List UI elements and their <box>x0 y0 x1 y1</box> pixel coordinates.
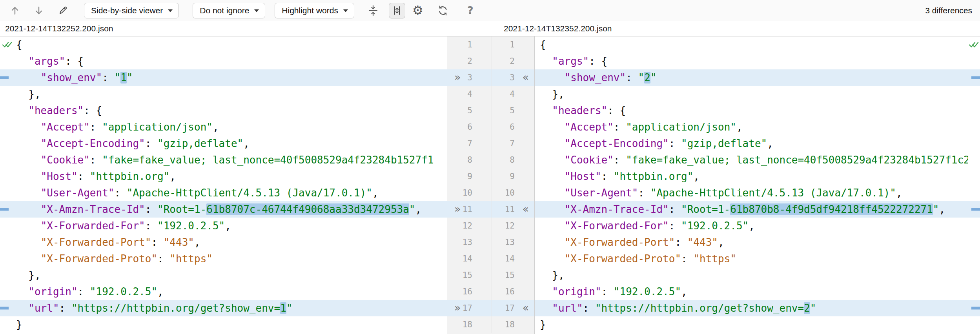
right-code-line[interactable]: "Cookie": "fake=fake_value; last_nonce=4… <box>535 152 968 168</box>
gutter-cell: 22 <box>447 53 535 69</box>
left-code-line[interactable]: "headers": { <box>13 102 447 119</box>
code-token: "https" <box>693 253 736 265</box>
apply-to-left-icon[interactable]: « <box>522 201 529 218</box>
change-marker-icon[interactable] <box>971 76 980 79</box>
previous-difference-icon[interactable] <box>9 4 21 18</box>
left-code-line[interactable]: "Accept": "application/json", <box>13 119 447 135</box>
right-code-line[interactable]: "args": { <box>535 53 968 69</box>
right-code-line[interactable]: "Accept": "application/json", <box>535 119 968 135</box>
left-code-line[interactable]: "url": "https://httpbin.org/get?show_env… <box>13 300 447 316</box>
code-token: "https://httpbin.org/get?show_env= <box>71 302 280 314</box>
code-token: " <box>409 203 415 215</box>
right-code-line[interactable]: "X-Forwarded-Port": "443", <box>535 234 968 250</box>
gutter-cell: 1414 <box>447 250 535 267</box>
apply-all-checkmarks-icon[interactable] <box>969 41 979 49</box>
right-code-line[interactable]: }, <box>535 267 968 283</box>
right-code-line[interactable]: "show_env": "2" <box>535 69 968 86</box>
right-line-number: 8 <box>447 152 515 168</box>
right-line-number: 6 <box>447 119 515 135</box>
change-marker-icon[interactable] <box>971 307 980 310</box>
left-code-line[interactable]: "origin": "192.0.2.5", <box>13 283 447 300</box>
right-code-line[interactable]: "headers": { <box>535 102 968 119</box>
left-code-line[interactable]: "X-Forwarded-For": "192.0.2.5", <box>13 218 447 234</box>
right-edge-strip <box>968 135 980 152</box>
diff-row: },1515 }, <box>0 267 980 283</box>
change-marker-icon[interactable] <box>971 208 980 211</box>
right-line-number: 7 <box>447 135 515 152</box>
left-code-line[interactable]: "args": { <box>13 53 447 69</box>
left-code-line[interactable]: "X-Amzn-Trace-Id": "Root=1-61b8707c-4674… <box>13 201 447 218</box>
code-token: "X-Forwarded-Port" <box>565 236 675 248</box>
code-token <box>540 286 552 298</box>
left-code-line[interactable]: }, <box>13 267 447 283</box>
left-code-line[interactable]: "show_env": "1" <box>13 69 447 86</box>
collapse-unchanged-icon[interactable] <box>367 4 379 18</box>
right-code-line[interactable]: "X-Forwarded-Proto": "https" <box>535 250 968 267</box>
code-token: , <box>169 171 176 182</box>
right-code-line[interactable]: { <box>535 36 968 53</box>
left-code-line[interactable]: "Host": "httpbin.org", <box>13 168 447 185</box>
code-token <box>16 171 41 182</box>
code-token: "X-Forwarded-Port" <box>41 236 151 248</box>
sync-scrolling-button[interactable] <box>389 3 405 18</box>
left-code-line[interactable]: { <box>13 36 447 53</box>
viewer-mode-dropdown[interactable]: Side-by-side viewer <box>84 3 179 18</box>
code-token: "User-Agent" <box>565 187 638 199</box>
code-token: "https" <box>169 253 213 265</box>
right-code-line[interactable]: "Accept-Encoding": "gzip,deflate", <box>535 135 968 152</box>
ignore-policy-label: Do not ignore <box>200 6 249 15</box>
left-code-line[interactable]: "Cookie": "fake=fake_value; last_nonce=4… <box>13 152 447 168</box>
code-token: "args" <box>28 55 65 67</box>
gutter-cell: 1818 <box>447 316 535 333</box>
change-marker-icon[interactable] <box>0 307 9 310</box>
code-token: " <box>650 72 657 84</box>
right-code-line[interactable]: "Host": "httpbin.org", <box>535 168 968 185</box>
highlight-policy-dropdown[interactable]: Highlight words <box>275 3 354 18</box>
chevron-down-icon <box>343 9 348 12</box>
left-code-line[interactable]: "User-Agent": "Apache-HttpClient/4.5.13 … <box>13 185 447 201</box>
code-token <box>16 236 41 248</box>
code-token <box>16 286 28 298</box>
settings-gear-icon[interactable]: ⚙ <box>412 4 424 18</box>
help-icon[interactable]: ? <box>464 4 477 18</box>
code-token: "origin" <box>552 286 601 298</box>
next-difference-icon[interactable] <box>33 4 45 18</box>
diff-row: "Accept-Encoding": "gzip,deflate",77 "Ac… <box>0 135 980 152</box>
code-token: "url" <box>552 302 583 314</box>
code-token: "https://httpbin.org/get?show_env= <box>595 302 804 314</box>
code-token: , <box>736 121 743 133</box>
left-code-line[interactable]: "X-Forwarded-Port": "443", <box>13 234 447 250</box>
changed-token: 61b8707c-46744f49068aa33d3472953a <box>206 203 409 215</box>
edit-source-icon[interactable] <box>56 4 69 18</box>
change-marker-icon[interactable] <box>0 208 9 211</box>
left-code-line[interactable]: }, <box>13 86 447 102</box>
right-code-line[interactable]: "origin": "192.0.2.5", <box>535 283 968 300</box>
change-marker-icon[interactable] <box>0 76 9 79</box>
right-code-line[interactable]: "User-Agent": "Apache-HttpClient/4.5.13 … <box>535 185 968 201</box>
code-token <box>16 55 28 67</box>
refresh-icon[interactable] <box>437 4 449 18</box>
right-edge-strip <box>968 69 980 86</box>
left-code-line[interactable]: "X-Forwarded-Proto": "https" <box>13 250 447 267</box>
code-token: "headers" <box>552 105 607 116</box>
changed-token: 2 <box>804 302 810 314</box>
apply-all-checkmarks-icon[interactable] <box>2 41 12 49</box>
code-token: "X-Forwarded-For" <box>41 220 145 232</box>
right-code-line[interactable]: } <box>535 316 968 333</box>
apply-to-left-icon[interactable]: « <box>522 300 529 316</box>
apply-to-left-icon[interactable]: « <box>522 69 529 86</box>
left-code-line[interactable]: "Accept-Encoding": "gzip,deflate", <box>13 135 447 152</box>
left-code-line[interactable]: } <box>13 316 447 333</box>
code-token: }, <box>16 88 41 100</box>
right-code-line[interactable]: "X-Forwarded-For": "192.0.2.5", <box>535 218 968 234</box>
code-token: : { <box>589 55 607 67</box>
code-token: , <box>939 203 945 215</box>
code-token <box>16 72 41 84</box>
code-token <box>540 302 552 314</box>
right-code-line[interactable]: "X-Amzn-Trace-Id": "Root=1-61b870b8-4f9d… <box>535 201 968 218</box>
ignore-policy-dropdown[interactable]: Do not ignore <box>193 3 265 18</box>
right-code-line[interactable]: }, <box>535 86 968 102</box>
gutter-cell: 66 <box>447 119 535 135</box>
right-code-line[interactable]: "url": "https://httpbin.org/get?show_env… <box>535 300 968 316</box>
code-token: : { <box>65 55 84 67</box>
